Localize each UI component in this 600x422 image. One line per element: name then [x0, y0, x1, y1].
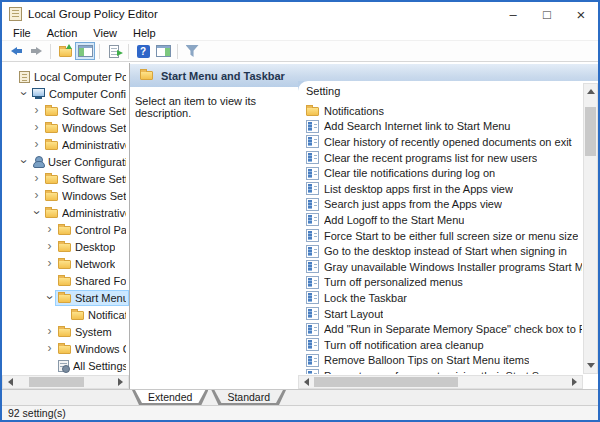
setting-row-turn-off-personalized-menus[interactable]: Turn off personalized menus — [298, 275, 582, 291]
setting-row-force-start-to-be-either-full-screen-siz[interactable]: Force Start to be either full screen siz… — [298, 228, 582, 244]
menu-help[interactable]: Help — [125, 27, 164, 39]
scroll-up-button[interactable] — [584, 84, 597, 99]
show-action-pane-button[interactable] — [153, 42, 173, 60]
tree-item-user-configuration[interactable]: ›User Configuration — [2, 153, 129, 170]
setting-row-add-search-internet-link-to-start-menu[interactable]: Add Search Internet link to Start Menu — [298, 119, 582, 135]
tree-item-all-settings[interactable]: All Settings — [2, 357, 129, 374]
scroll-down-button[interactable] — [584, 358, 597, 373]
tree-item-control-panel[interactable]: ›Control Panel — [2, 221, 129, 238]
setting-row-notifications[interactable]: Notifications — [298, 103, 582, 119]
tree-item-system[interactable]: ›System — [2, 323, 129, 340]
chevron-right-icon[interactable]: › — [31, 173, 42, 184]
tree-item-body[interactable]: Software Settings — [42, 103, 129, 119]
filter-button[interactable] — [182, 42, 202, 60]
tree-item-windows-components[interactable]: ›Windows Components — [2, 340, 129, 357]
scrollbar-track[interactable] — [584, 99, 597, 358]
chevron-right-icon[interactable]: › — [44, 224, 55, 235]
chevron-right-icon[interactable]: › — [44, 343, 55, 354]
minimize-button[interactable]: – — [496, 2, 530, 26]
tree-item-administrative-templates[interactable]: ›Administrative Templates — [2, 204, 129, 221]
tree-item-shared-folders[interactable]: Shared Folders — [2, 272, 129, 289]
scroll-left-button[interactable] — [299, 376, 314, 388]
tree-item-body[interactable]: Local Computer Policy — [16, 69, 129, 85]
tree-item-desktop[interactable]: ›Desktop — [2, 238, 129, 255]
setting-row-start-layout[interactable]: Start Layout — [298, 306, 582, 322]
chevron-right-icon[interactable]: › — [31, 139, 42, 150]
tree-item-body[interactable]: Shared Folders — [55, 273, 129, 289]
chevron-right-icon[interactable]: › — [44, 326, 55, 337]
tree-item-body[interactable]: Control Panel — [55, 222, 129, 238]
scroll-left-button[interactable] — [3, 376, 18, 388]
tree-item-software-settings[interactable]: ›Software Settings — [2, 102, 129, 119]
scrollbar-track[interactable] — [314, 376, 567, 388]
title-bar[interactable]: Local Group Policy Editor – □ × — [2, 2, 598, 26]
tree-item-software-settings[interactable]: ›Software Settings — [2, 170, 129, 187]
tree-item-administrative-templates[interactable]: ›Administrative Templates — [2, 136, 129, 153]
scroll-right-button[interactable] — [567, 376, 582, 388]
tree-item-body[interactable]: System — [55, 324, 129, 340]
tree-item-body[interactable]: All Settings — [55, 358, 129, 374]
tab-standard[interactable]: Standard — [211, 390, 286, 405]
chevron-right-icon[interactable]: › — [44, 241, 55, 252]
tree-item-body[interactable]: User Configuration — [29, 154, 129, 170]
tree-item-body[interactable]: Desktop — [55, 239, 129, 255]
tree-item-windows-settings[interactable]: ›Windows Settings — [2, 119, 129, 136]
setting-row-clear-the-recent-programs-list-for-new-u[interactable]: Clear the recent programs list for new u… — [298, 150, 582, 166]
tree-item-body[interactable]: Software Settings — [42, 171, 129, 187]
tree-item-body[interactable]: Administrative Templates — [42, 137, 129, 153]
scrollbar-thumb[interactable] — [29, 377, 84, 387]
tree-item-computer-configuration[interactable]: ›Computer Configuration — [2, 85, 129, 102]
tree-item-body[interactable]: Start Menu and Taskbar — [55, 290, 129, 306]
setting-row-clear-tile-notifications-during-log-on[interactable]: Clear tile notifications during log on — [298, 165, 582, 181]
chevron-down-icon[interactable]: › — [18, 156, 29, 167]
tree-item-body[interactable]: Windows Settings — [42, 120, 129, 136]
scrollbar-track[interactable] — [18, 376, 113, 388]
tree-item-start-menu-and-taskbar[interactable]: ›Start Menu and Taskbar — [2, 289, 129, 306]
tree-item-notifications[interactable]: Notifications — [2, 306, 129, 323]
setting-row-add-run-in-separate-memory-space-check-b[interactable]: Add "Run in Separate Memory Space" check… — [298, 321, 582, 337]
tree-item-local-computer-policy[interactable]: Local Computer Policy — [2, 68, 129, 85]
show-console-tree-button[interactable] — [75, 42, 95, 60]
chevron-right-icon[interactable]: › — [31, 122, 42, 133]
scrollbar-thumb[interactable] — [314, 377, 458, 387]
setting-row-search-just-apps-from-the-apps-view[interactable]: Search just apps from the Apps view — [298, 197, 582, 213]
setting-row-lock-the-taskbar[interactable]: Lock the Taskbar — [298, 290, 582, 306]
tree-item-body[interactable]: Administrative Templates — [42, 205, 129, 221]
help-button[interactable] — [133, 42, 153, 60]
setting-column-header[interactable]: Setting — [298, 81, 598, 97]
chevron-right-icon[interactable]: › — [31, 190, 42, 201]
tree-item-windows-settings[interactable]: ›Windows Settings — [2, 187, 129, 204]
tree-item-body[interactable]: Windows Settings — [42, 188, 129, 204]
maximize-button[interactable]: □ — [530, 2, 564, 26]
setting-row-list-desktop-apps-first-in-the-apps-view[interactable]: List desktop apps first in the Apps view — [298, 181, 582, 197]
list-horizontal-scrollbar[interactable] — [298, 375, 583, 389]
back-button[interactable] — [6, 42, 26, 60]
scrollbar-thumb[interactable] — [585, 107, 596, 156]
up-one-level-button[interactable] — [55, 42, 75, 60]
tab-extended[interactable]: Extended — [132, 390, 208, 405]
setting-row-go-to-the-desktop-instead-of-start-when-[interactable]: Go to the desktop instead of Start when … — [298, 243, 582, 259]
menu-action[interactable]: Action — [39, 27, 86, 39]
menu-view[interactable]: View — [85, 27, 125, 39]
tree-item-body[interactable]: Network — [55, 256, 129, 272]
close-button[interactable]: × — [564, 2, 598, 26]
list-vertical-scrollbar[interactable] — [583, 83, 598, 374]
menu-file[interactable]: File — [5, 27, 39, 39]
tree-item-network[interactable]: ›Network — [2, 255, 129, 272]
chevron-down-icon[interactable]: › — [31, 207, 42, 218]
tree-item-body[interactable]: Notifications — [68, 307, 129, 323]
chevron-down-icon[interactable]: › — [18, 88, 29, 99]
setting-row-turn-off-notification-area-cleanup[interactable]: Turn off notification area cleanup — [298, 337, 582, 353]
chevron-right-icon[interactable]: › — [31, 105, 42, 116]
setting-row-clear-history-of-recently-opened-documen[interactable]: Clear history of recently opened documen… — [298, 134, 582, 150]
setting-row-add-logoff-to-the-start-menu[interactable]: Add Logoff to the Start Menu — [298, 212, 582, 228]
setting-row-gray-unavailable-windows-installer-progr[interactable]: Gray unavailable Windows Installer progr… — [298, 259, 582, 275]
chevron-right-icon[interactable]: › — [44, 258, 55, 269]
setting-row-prevent-users-from-customizing-their-sta[interactable]: Prevent users from customizing their Sta… — [298, 368, 582, 374]
scroll-right-button[interactable] — [113, 376, 128, 388]
forward-button[interactable] — [26, 42, 46, 60]
chevron-down-icon[interactable]: › — [44, 292, 55, 303]
tree-item-body[interactable]: Computer Configuration — [29, 86, 129, 102]
tree-item-body[interactable]: Windows Components — [55, 341, 129, 357]
export-list-button[interactable] — [104, 42, 124, 60]
